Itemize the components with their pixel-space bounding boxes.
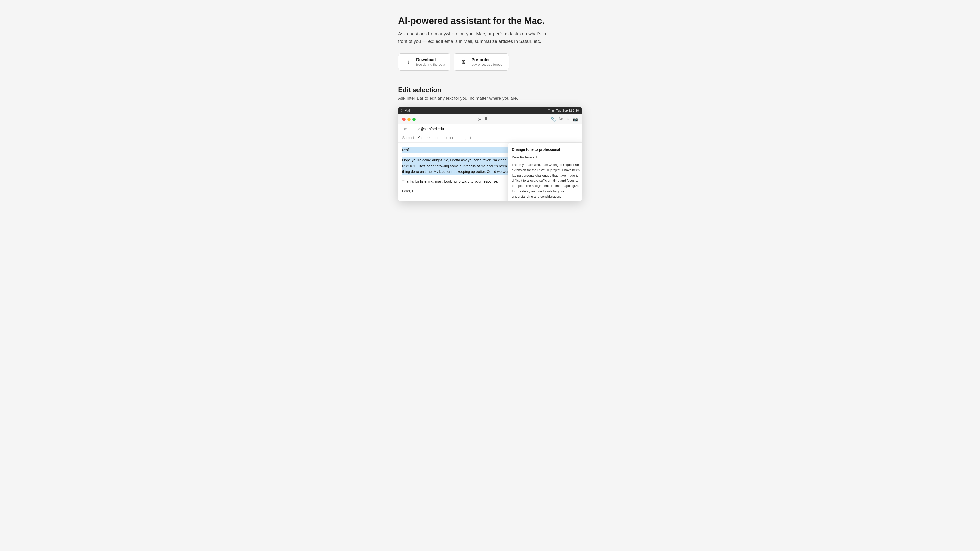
preorder-sublabel: buy once, use forever [472, 62, 504, 66]
popup-content: Dear Professor J, I hope you are well. I… [512, 155, 580, 201]
menubar-right: (( ▣ Tue Sep 12 9:30 [548, 109, 579, 113]
intellibar-popup: Change tone to professional Dear Profess… [508, 143, 582, 201]
preorder-text-group: Pre-order buy once, use forever [472, 58, 504, 66]
menubar-app-name: Mail [404, 109, 410, 113]
image-icon[interactable]: 📷 [573, 117, 578, 122]
send-icon[interactable]: ➤ [478, 117, 481, 122]
note-icon[interactable]: 🖹 [485, 117, 489, 122]
email-fields: To: jd@stanford.edu Subject: Yo, need mo… [398, 124, 582, 143]
subject-label: Subject: [402, 136, 417, 140]
hero-description: Ask questions from anywhere on your Mac,… [398, 30, 546, 45]
close-dot[interactable] [402, 118, 406, 121]
menubar-icons: (( ▣ [548, 109, 554, 113]
emoji-icon[interactable]: ☺ [566, 117, 570, 122]
download-text-group: Download free during the beta [416, 58, 445, 66]
font-icon[interactable]: Aa [558, 117, 563, 122]
attachment-icon[interactable]: 📎 [551, 117, 556, 122]
to-field-row: To: jd@stanford.edu [398, 124, 582, 133]
mac-menubar:  Mail (( ▣ Tue Sep 12 9:30 [398, 107, 582, 114]
mail-window: ➤ 🖹 📎 Aa ☺ 📷 To: jd@stanford.edu [398, 114, 582, 201]
subject-field-row: Subject: Yo, need more time for the proj… [398, 133, 582, 142]
window-controls [402, 118, 416, 121]
mail-toolbar: ➤ 🖹 📎 Aa ☺ 📷 [398, 114, 582, 124]
toolbar-actions: ➤ 🖹 [478, 117, 489, 122]
mail-compose-icons: 📎 Aa ☺ 📷 [551, 117, 578, 122]
maximize-dot[interactable] [412, 118, 416, 121]
wifi-icon: (( [548, 109, 550, 113]
page-container: AI-powered assistant for the Mac. Ask qu… [388, 15, 592, 201]
menubar-left:  Mail [401, 109, 410, 113]
edit-section: Edit selection Ask IntelliBar to edit an… [398, 86, 582, 201]
download-sublabel: free during the beta [416, 62, 445, 66]
popup-paragraph2: I hope you are well. I am writing to req… [512, 162, 580, 200]
hero-title: AI-powered assistant for the Mac. [398, 15, 582, 26]
preorder-label: Pre-order [472, 58, 504, 62]
section-title: Edit selection [398, 86, 582, 94]
mac-window:  Mail (( ▣ Tue Sep 12 9:30 [398, 107, 582, 201]
email-body[interactable]: Prof J, Hope you're doing alright. So, I… [398, 143, 582, 201]
to-label: To: [402, 127, 417, 131]
hero-section: AI-powered assistant for the Mac. Ask qu… [398, 15, 582, 71]
section-description: Ask IntelliBar to edit any text for you,… [398, 96, 582, 101]
download-button[interactable]: ↓ Download free during the beta [398, 53, 450, 71]
popup-heading: Change tone to professional [512, 147, 580, 152]
popup-paragraph1: Dear Professor J, [512, 155, 580, 160]
dollar-icon: $ [459, 57, 469, 67]
preorder-button[interactable]: $ Pre-order buy once, use forever [453, 53, 509, 71]
salutation-text: Prof J, [402, 148, 412, 152]
apple-logo-icon:  [401, 109, 402, 113]
menubar-time: Tue Sep 12 9:30 [556, 109, 579, 113]
subject-value[interactable]: Yo, need more time for the project [417, 136, 471, 140]
battery-icon: ▣ [552, 109, 554, 113]
minimize-dot[interactable] [407, 118, 410, 121]
download-label: Download [416, 58, 445, 62]
to-value[interactable]: jd@stanford.edu [417, 127, 444, 131]
cta-buttons: ↓ Download free during the beta $ Pre-or… [398, 53, 582, 71]
download-icon: ↓ [404, 57, 413, 67]
